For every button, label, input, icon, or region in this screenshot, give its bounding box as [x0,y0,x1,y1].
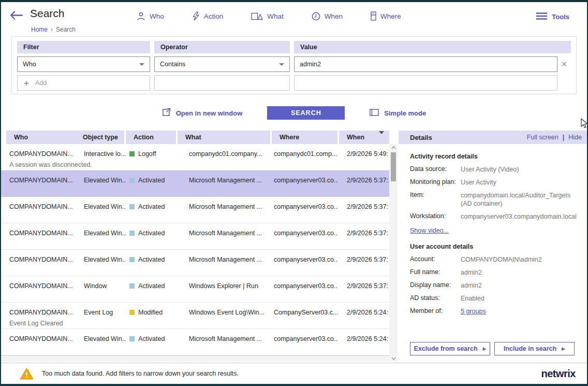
cell-object-type: Event Log [84,309,126,316]
cell-object-type: Elevated Win... [84,230,126,237]
table-bottom-scroll-track[interactable] [1,355,389,362]
full-screen-link[interactable]: Full screen [527,134,558,141]
nav-item-action[interactable]: Action [192,11,224,21]
cell-what: Microsoft Management ... [189,230,271,237]
empty-value-cell [294,75,571,91]
breadcrumb: Home›Search [31,26,76,33]
add-filter-label: Add [35,79,47,87]
user-fields: Account:COMPANYDOMAIN\admin2Full name:ad… [410,255,577,316]
table-row[interactable]: COMPANYDOMAIN...Elevated Win...Activated… [1,197,389,223]
tools-button[interactable]: Tools [536,12,569,21]
action-label: Logoff [138,150,156,158]
table-row[interactable]: COMPANYDOMAIN...Elevated Win...Activated… [1,329,389,355]
detail-field: Monitoring plan:User Activity [410,178,577,187]
results-table-body: COMPANYDOMAIN...Interactive lo...Logoffc… [1,144,389,355]
action-label: Activated [138,282,165,290]
table-row[interactable]: COMPANYDOMAIN...Elevated Win...Activated… [1,170,389,197]
column-header-what[interactable]: What [178,131,270,144]
search-button[interactable]: SEARCH [267,106,345,120]
cell-who: COMPANYDOMAIN... [9,230,75,237]
cell-who: COMPANYDOMAIN... [9,150,75,158]
column-header-label: Where [280,134,299,141]
main-content: WhoObject typeActionWhatWhereWhen COMPAN… [1,131,587,362]
cell-when: 2/9/2026 5:37:... [347,282,388,290]
filter-column-header-operator: Operator [154,41,290,53]
action-status-square-icon [129,231,135,236]
detail-field-value: admin2 [461,281,577,290]
column-header-who[interactable]: Who [6,131,75,144]
show-video-link[interactable]: Show video... [410,227,449,234]
details-panel: Details Full screen | Hide Activity reco… [399,131,587,362]
remove-filter-icon[interactable]: ✕ [557,60,571,69]
row-note: A session was disconnected. [9,161,92,168]
include-in-search-button[interactable]: Include in search ▶ [494,342,575,355]
cell-where: companyserver03.co... [274,282,338,290]
include-button-label: Include in search [504,345,556,352]
cell-when: 2/9/2026 5:37:... [347,230,388,237]
cell-what: Windows Event Log\Win... [189,309,271,316]
detail-field: Data source:User Activity (Video) [410,165,577,174]
person-icon [137,12,145,21]
nav-item-where[interactable]: Where [371,11,401,21]
table-row[interactable]: COMPANYDOMAIN...Elevated Win...Activated… [1,250,389,276]
status-footer: Too much data found. Add filters to narr… [1,363,587,384]
exclude-button-label: Exclude from search [414,345,478,352]
cell-who: COMPANYDOMAIN... [9,177,75,184]
scrollbar-thumb[interactable] [391,152,396,181]
mouse-cursor [581,118,588,131]
chevron-down-icon [279,63,284,66]
cell-what: Microsoft Management ... [189,177,271,184]
column-header-object-type[interactable]: Object type [75,131,124,144]
cell-action: Modified [129,309,177,316]
value-cell: ✕ [294,56,571,72]
back-button[interactable] [9,10,24,21]
column-header-label: When [347,134,364,141]
column-header-label: Action [134,134,154,141]
cell-when: 2/9/2026 5:24:... [347,309,388,316]
open-in-new-window-link[interactable]: Open in new window [162,108,243,118]
column-header-when[interactable]: When [339,131,389,144]
nav-item-when[interactable]: When [312,11,343,21]
operator-dropdown[interactable]: Contains [154,56,290,72]
scroll-down-arrow[interactable] [389,355,398,362]
breadcrumb-home-link[interactable]: Home [31,26,48,33]
row-note: Event Log Cleared [9,320,63,327]
table-row[interactable]: COMPANYDOMAIN...Interactive lo...Logoffc… [1,144,389,170]
action-label: Activated [138,230,165,237]
tools-label: Tools [552,13,569,21]
cell-what: Microsoft Management ... [189,335,271,342]
open-in-new-window-label: Open in new window [176,109,243,117]
value-input[interactable] [294,56,557,72]
cell-where: CompanyServer03.c... [274,309,338,316]
cell-action: Activated [129,282,177,290]
table-row[interactable]: COMPANYDOMAIN...Elevated Win...Activated… [1,223,389,250]
external-link-icon [162,108,171,118]
simple-mode-toggle[interactable]: Simple mode [370,109,426,118]
nav-item-what[interactable]: What [251,11,284,21]
details-buttons: Exclude from search ▶ Include in search … [410,342,575,355]
column-header-action[interactable]: Action [126,131,176,144]
action-status-square-icon [129,310,135,315]
table-vertical-scrollbar[interactable] [389,144,398,362]
cell-what: companydc01.company... [189,150,271,158]
cell-action: Activated [129,335,177,342]
activity-fields: Data source:User Activity (Video)Monitor… [410,165,577,221]
scroll-up-arrow[interactable] [389,144,398,151]
user-section-heading: User account details [410,243,577,250]
table-row[interactable]: COMPANYDOMAIN...WindowActivatedWindows E… [1,276,389,303]
detail-field-label: Workstation: [410,212,461,221]
nav-item-who[interactable]: Who [137,11,164,21]
results-table: WhoObject typeActionWhatWhereWhen COMPAN… [1,131,389,362]
member-of-groups-link[interactable]: 5 groups [461,307,486,316]
simple-mode-label: Simple mode [384,109,426,117]
table-row[interactable]: COMPANYDOMAIN...Event LogModifiedWindows… [1,303,389,329]
hide-link[interactable]: Hide [568,134,582,141]
plus-icon: + [24,79,29,88]
add-filter-button[interactable]: + Add [17,75,150,91]
filter-field-dropdown[interactable]: Who [17,56,150,72]
column-header-where[interactable]: Where [272,131,337,144]
exclude-from-search-button[interactable]: Exclude from search ▶ [410,342,490,355]
action-status-square-icon [129,336,135,341]
empty-operator-cell [154,75,290,91]
action-status-square-icon [129,257,135,262]
